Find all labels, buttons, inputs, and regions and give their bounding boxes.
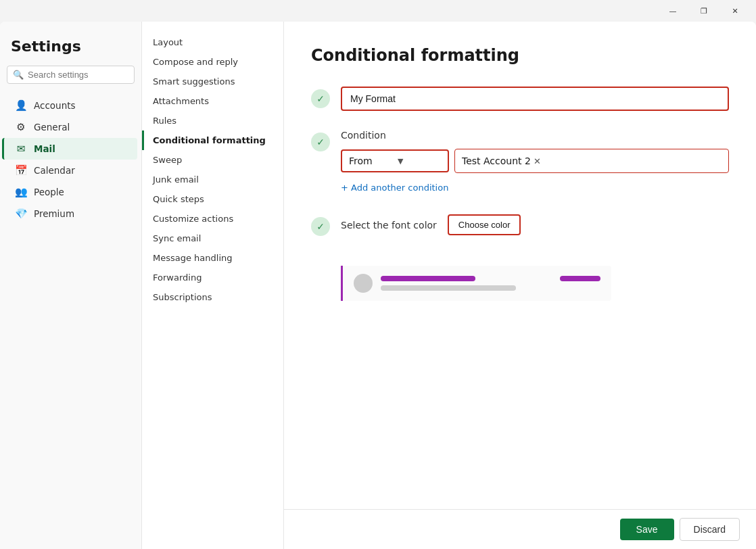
preview-bar-main (381, 276, 475, 281)
discard-button[interactable]: Discard (680, 518, 740, 541)
app-title: Settings (0, 38, 141, 66)
center-panel: Layout Compose and reply Smart suggestio… (142, 22, 284, 549)
sidebar-item-accounts[interactable]: 👤 Accounts (4, 95, 137, 116)
sidebar-item-accounts-label: Accounts (34, 100, 76, 111)
center-item-customize[interactable]: Customize actions (142, 209, 283, 229)
add-condition-label: + Add another condition (341, 183, 448, 193)
center-item-message[interactable]: Message handling (142, 248, 283, 268)
condition-inputs: From ▼ Test Account 2 ✕ (341, 149, 729, 173)
sidebar-item-general[interactable]: ⚙ General (4, 116, 137, 138)
center-item-attachments[interactable]: Attachments (142, 91, 283, 111)
search-box[interactable]: 🔍 (7, 66, 135, 84)
center-item-quicksteps[interactable]: Quick steps (142, 189, 283, 209)
center-item-smart[interactable]: Smart suggestions (142, 72, 283, 91)
center-item-junk[interactable]: Junk email (142, 170, 283, 189)
sidebar-item-premium-label: Premium (34, 208, 74, 219)
step3-check: ✓ (311, 217, 330, 236)
sidebar-item-premium[interactable]: 💎 Premium (4, 203, 137, 224)
tag-item: Test Account 2 ✕ (462, 156, 541, 166)
add-condition-button[interactable]: + Add another condition (341, 180, 729, 195)
main-window: Settings 🔍 👤 Accounts ⚙ General ✉ Mail 📅… (0, 22, 756, 549)
condition-content: Condition From ▼ Test Account 2 ✕ (341, 130, 729, 195)
maximize-button[interactable]: ❐ (688, 0, 719, 22)
main-content: Conditional formatting ✓ My Format ✓ Con… (284, 22, 756, 509)
tag-input[interactable]: Test Account 2 ✕ (454, 149, 729, 173)
content-area: Conditional formatting ✓ My Format ✓ Con… (284, 22, 756, 549)
preview-bar-gray (381, 285, 516, 291)
sidebar-item-mail[interactable]: ✉ Mail (2, 138, 137, 160)
font-color-content: Select the font color Choose color (341, 214, 729, 235)
from-dropdown[interactable]: From ▼ (341, 149, 449, 172)
center-item-forwarding[interactable]: Forwarding (142, 268, 283, 287)
format-name-row: ✓ My Format (311, 87, 729, 111)
people-icon: 👥 (15, 186, 27, 198)
preview-line-top (381, 276, 600, 281)
step2-check: ✓ (311, 133, 330, 151)
center-item-compose[interactable]: Compose and reply (142, 52, 283, 72)
close-button[interactable]: ✕ (719, 0, 751, 22)
window-controls: — ❐ ✕ (657, 0, 751, 22)
search-input[interactable] (28, 70, 128, 80)
preview-bar-short (560, 276, 600, 281)
format-name-content: My Format (341, 87, 729, 111)
sidebar-item-people-label: People (34, 187, 64, 197)
premium-icon: 💎 (15, 208, 27, 220)
step1-check: ✓ (311, 89, 330, 108)
sidebar-item-people[interactable]: 👥 People (4, 181, 137, 203)
titlebar: — ❐ ✕ (0, 0, 756, 22)
save-button[interactable]: Save (620, 519, 674, 540)
from-dropdown-value: From (349, 156, 392, 166)
sidebar-item-calendar[interactable]: 📅 Calendar (4, 160, 137, 181)
center-item-sync[interactable]: Sync email (142, 229, 283, 248)
general-icon: ⚙ (15, 121, 27, 133)
format-name-input[interactable]: My Format (341, 87, 729, 111)
center-item-subscriptions[interactable]: Subscriptions (142, 287, 283, 307)
condition-label: Condition (341, 130, 729, 141)
sidebar-item-mail-label: Mail (34, 143, 55, 154)
preview-line-bottom (381, 285, 600, 291)
center-item-rules[interactable]: Rules (142, 111, 283, 130)
center-item-sweep[interactable]: Sweep (142, 150, 283, 170)
sidebar-item-calendar-label: Calendar (34, 165, 75, 176)
sidebar: Settings 🔍 👤 Accounts ⚙ General ✉ Mail 📅… (0, 22, 142, 549)
font-color-row: ✓ Select the font color Choose color (311, 214, 729, 236)
search-icon: 🔍 (13, 70, 24, 80)
font-color-label: Select the font color (341, 220, 437, 231)
calendar-icon: 📅 (15, 164, 27, 176)
center-item-conditional[interactable]: Conditional formatting (142, 130, 283, 150)
minimize-button[interactable]: — (657, 0, 688, 22)
condition-row: ✓ Condition From ▼ Test Account 2 ✕ (311, 130, 729, 195)
preview-lines (381, 276, 600, 291)
choose-color-button[interactable]: Choose color (448, 214, 521, 235)
mail-icon: ✉ (15, 143, 27, 155)
center-item-layout[interactable]: Layout (142, 32, 283, 52)
tag-value: Test Account 2 (462, 156, 531, 166)
preview-avatar (354, 274, 373, 293)
bottom-bar: Save Discard (284, 509, 756, 549)
dropdown-chevron-icon: ▼ (398, 157, 441, 166)
accounts-icon: 👤 (15, 99, 27, 112)
font-color-controls: Select the font color Choose color (341, 214, 729, 235)
sidebar-item-general-label: General (34, 122, 70, 133)
page-title: Conditional formatting (311, 46, 729, 65)
tag-close-icon[interactable]: ✕ (534, 156, 541, 166)
preview-container (341, 266, 611, 301)
